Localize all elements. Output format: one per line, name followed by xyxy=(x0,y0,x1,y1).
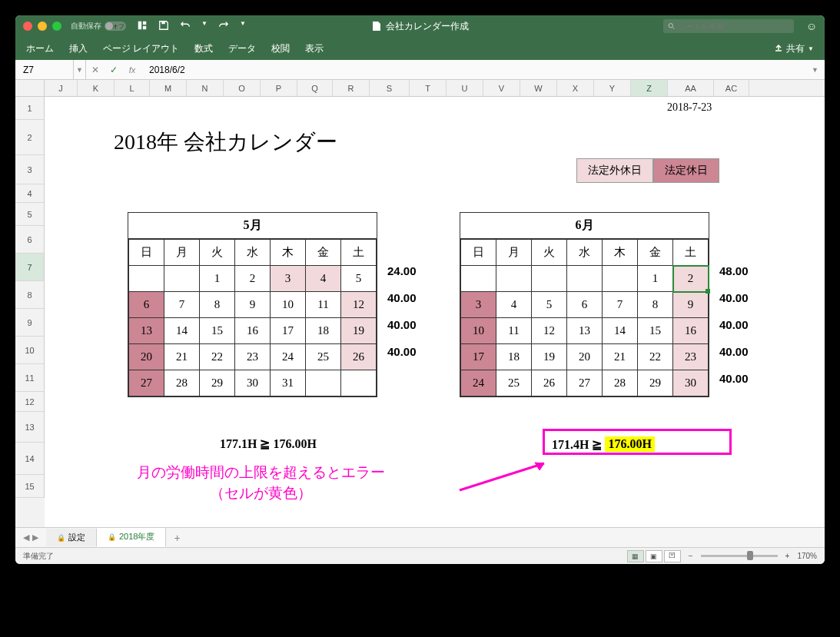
cal-cell[interactable]: 13 xyxy=(567,318,603,344)
redo-dropdown-icon[interactable]: ▼ xyxy=(240,20,246,33)
col-header-O[interactable]: O xyxy=(224,80,261,96)
view-pagebreak-button[interactable]: 凹 xyxy=(664,550,681,562)
cal-cell[interactable] xyxy=(532,266,567,292)
row-header-5[interactable]: 5 xyxy=(15,203,45,226)
cal-cell[interactable]: 3 xyxy=(271,266,306,292)
cal-cell[interactable]: 2 xyxy=(235,266,271,292)
cal-cell[interactable]: 23 xyxy=(235,344,271,370)
cal-cell[interactable]: 9 xyxy=(673,292,709,318)
row-header-12[interactable]: 12 xyxy=(15,392,45,412)
cal-cell[interactable] xyxy=(341,370,377,396)
cal-cell[interactable]: 20 xyxy=(567,344,603,370)
sheet-tab-settings[interactable]: 🔒設定 xyxy=(46,529,97,546)
sheet-area[interactable]: 2018-7-23 2018年 会社カレンダー 法定外休日 法定休日 5月 日月… xyxy=(45,97,825,527)
feedback-icon[interactable]: ☺ xyxy=(806,20,817,32)
cal-cell[interactable]: 21 xyxy=(603,344,638,370)
cal-cell[interactable]: 4 xyxy=(496,292,532,318)
col-header-S[interactable]: S xyxy=(370,80,410,96)
col-header-J[interactable]: J xyxy=(45,80,78,96)
add-sheet-button[interactable]: + xyxy=(166,532,188,544)
cal-cell[interactable]: 19 xyxy=(532,344,567,370)
col-header-U[interactable]: U xyxy=(447,80,483,96)
row-header-9[interactable]: 9 xyxy=(15,309,45,337)
col-header-AA[interactable]: AA xyxy=(668,80,714,96)
cal-cell[interactable]: 12 xyxy=(341,292,377,318)
tab-review[interactable]: 校閲 xyxy=(271,42,290,55)
select-all-corner[interactable] xyxy=(15,80,45,96)
row-header-3[interactable]: 3 xyxy=(15,155,45,184)
cal-cell[interactable]: 17 xyxy=(461,344,496,370)
cal-cell[interactable]: 14 xyxy=(164,318,200,344)
cal-cell[interactable]: 21 xyxy=(164,344,200,370)
expand-formula-icon[interactable]: ▼ xyxy=(805,66,825,74)
row-header-4[interactable]: 4 xyxy=(15,184,45,203)
cal-cell[interactable]: 11 xyxy=(496,318,532,344)
cal-cell[interactable]: 8 xyxy=(200,292,235,318)
cal-cell[interactable]: 15 xyxy=(638,318,673,344)
cal-cell[interactable]: 20 xyxy=(129,344,164,370)
cal-cell[interactable]: 29 xyxy=(200,370,235,396)
close-button[interactable] xyxy=(23,22,32,31)
cal-cell[interactable]: 11 xyxy=(306,292,341,318)
cal-cell[interactable]: 26 xyxy=(341,344,377,370)
cal-cell[interactable] xyxy=(567,266,603,292)
cal-cell[interactable]: 13 xyxy=(129,318,164,344)
col-header-P[interactable]: P xyxy=(261,80,297,96)
col-header-L[interactable]: L xyxy=(115,80,150,96)
row-header-14[interactable]: 14 xyxy=(15,443,45,475)
cal-cell[interactable]: 24 xyxy=(271,344,306,370)
row-header-2[interactable]: 2 xyxy=(15,120,45,155)
row-header-15[interactable]: 15 xyxy=(15,475,45,498)
col-header-X[interactable]: X xyxy=(557,80,594,96)
cal-cell[interactable]: 30 xyxy=(235,370,271,396)
cal-cell[interactable]: 18 xyxy=(496,344,532,370)
cal-cell[interactable]: 8 xyxy=(638,292,673,318)
tab-next-icon[interactable]: ▶ xyxy=(32,532,38,542)
col-header-M[interactable]: M xyxy=(150,80,187,96)
undo-dropdown-icon[interactable]: ▼ xyxy=(201,20,208,33)
cal-cell[interactable] xyxy=(306,370,341,396)
row-header-8[interactable]: 8 xyxy=(15,281,45,309)
cal-cell[interactable] xyxy=(603,266,638,292)
view-pagelayout-button[interactable]: ▣ xyxy=(646,550,662,562)
cal-cell[interactable]: 9 xyxy=(235,292,271,318)
cal-cell[interactable]: 6 xyxy=(129,292,164,318)
sheet-tab-2018[interactable]: 🔒2018年度 xyxy=(97,528,166,547)
cal-cell[interactable]: 12 xyxy=(532,318,567,344)
col-header-V[interactable]: V xyxy=(483,80,520,96)
cal-cell[interactable] xyxy=(164,266,200,292)
col-header-Q[interactable]: Q xyxy=(297,80,333,96)
tab-data[interactable]: データ xyxy=(228,42,256,55)
cal-cell[interactable]: 7 xyxy=(603,292,638,318)
search-box[interactable] xyxy=(663,19,794,33)
cal-cell[interactable]: 31 xyxy=(271,370,306,396)
cal-cell[interactable] xyxy=(129,266,164,292)
row-header-11[interactable]: 11 xyxy=(15,364,45,392)
confirm-icon[interactable]: ✓ xyxy=(105,65,123,75)
col-header-K[interactable]: K xyxy=(78,80,115,96)
cal-cell[interactable]: 7 xyxy=(164,292,200,318)
row-header-6[interactable]: 6 xyxy=(15,226,45,254)
tab-view[interactable]: 表示 xyxy=(305,42,324,55)
cal-cell[interactable]: 17 xyxy=(271,318,306,344)
cal-cell[interactable]: 22 xyxy=(200,344,235,370)
name-box[interactable]: Z7 xyxy=(15,60,74,79)
col-header-Z[interactable]: Z xyxy=(631,80,668,96)
cal-cell[interactable]: 26 xyxy=(532,370,567,396)
tab-prev-icon[interactable]: ◀ xyxy=(23,532,29,542)
cal-cell[interactable]: 27 xyxy=(567,370,603,396)
cal-cell[interactable]: 29 xyxy=(638,370,673,396)
row-header-10[interactable]: 10 xyxy=(15,337,45,364)
cal-cell[interactable]: 28 xyxy=(164,370,200,396)
tab-insert[interactable]: 挿入 xyxy=(69,42,88,55)
col-header-AC[interactable]: AC xyxy=(714,80,749,96)
row-header-7[interactable]: 7 xyxy=(15,254,45,281)
fx-icon[interactable]: fx xyxy=(123,65,141,75)
maximize-button[interactable] xyxy=(52,22,61,31)
undo-icon[interactable] xyxy=(180,20,191,33)
cal-cell[interactable]: 5 xyxy=(532,292,567,318)
zoom-in-button[interactable]: + xyxy=(785,552,790,560)
tab-pagelayout[interactable]: ページ レイアウト xyxy=(103,42,179,55)
cal-cell[interactable]: 1 xyxy=(200,266,235,292)
col-header-R[interactable]: R xyxy=(333,80,370,96)
